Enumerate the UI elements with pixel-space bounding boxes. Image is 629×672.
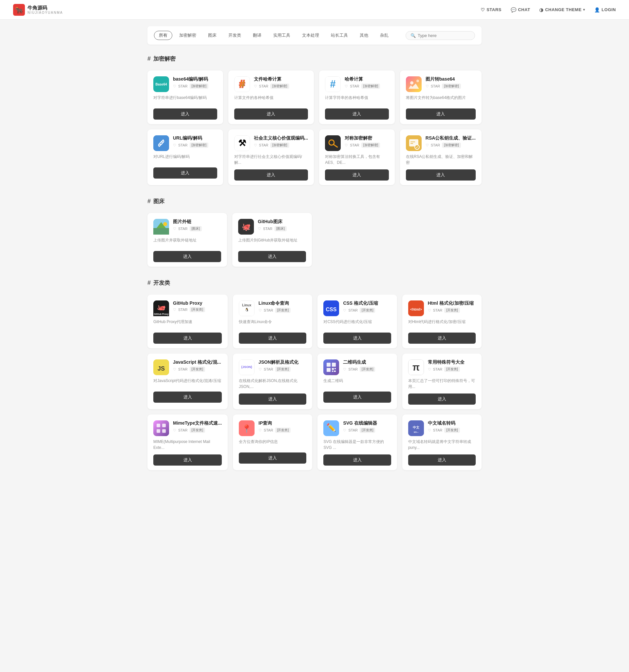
card-meta-img-external: ♡ STAR [图床] bbox=[173, 226, 221, 231]
filter-tag-所有[interactable]: 所有 bbox=[154, 31, 172, 40]
section-title-image-hosting: 图床 bbox=[153, 197, 165, 205]
card-info-cn-domain: 中文域名转码♡ STAR [开发类] bbox=[428, 421, 476, 433]
card-btn-ip-query[interactable]: 进入 bbox=[239, 453, 306, 464]
card-btn-css-format[interactable]: 进入 bbox=[323, 333, 391, 344]
card-btn-mimetype[interactable]: 进入 bbox=[153, 454, 222, 465]
card-icon-ip-query: 📍 bbox=[239, 421, 255, 436]
card-desc-hash-calc: 计算字符串的各种哈希值 bbox=[325, 95, 389, 104]
svg-rect-52 bbox=[332, 370, 333, 372]
filter-tag-文本处理[interactable]: 文本处理 bbox=[297, 31, 324, 40]
card-top-js-format: JS JavaScript 格式化/混...♡ STAR [开发类] bbox=[153, 359, 222, 375]
nav-stars-label: STARS bbox=[486, 7, 502, 12]
card-btn-html-format[interactable]: 进入 bbox=[408, 333, 476, 344]
svg-rect-48 bbox=[332, 363, 336, 367]
card-tag-cn-domain: [开发类] bbox=[444, 428, 460, 433]
card-tag-html-format: [开发类] bbox=[444, 308, 460, 313]
card-top-json-parse: {JSON} JSON解析及格式化♡ STAR [开发类] bbox=[239, 359, 306, 375]
card-tag-symmetric: [加密解密] bbox=[361, 143, 380, 148]
filter-tag-加密解密[interactable]: 加密解密 bbox=[174, 31, 201, 40]
star-label: STAR bbox=[264, 428, 273, 432]
card-base64: Base64base64编码/解码♡ STAR [加密解密]对字符串进行base… bbox=[147, 70, 223, 124]
svg-text:中文: 中文 bbox=[413, 426, 419, 429]
section-header-dev: # 开发类 bbox=[147, 277, 482, 289]
card-tag-css-format: [开发类] bbox=[360, 308, 376, 313]
svg-rect-56 bbox=[153, 421, 169, 436]
card-btn-file-hash[interactable]: 进入 bbox=[234, 109, 308, 120]
cards-grid-encrypt: Base64base64编码/解码♡ STAR [加密解密]对字符串进行base… bbox=[147, 70, 482, 185]
card-btn-cn-domain[interactable]: 进入 bbox=[408, 454, 476, 465]
card-title-base64: base64编码/解码 bbox=[173, 76, 217, 82]
card-title-hash-calc: 哈希计算 bbox=[345, 76, 389, 82]
card-btn-rsa[interactable]: 进入 bbox=[406, 169, 476, 181]
star-icon: ♡ bbox=[259, 428, 262, 432]
logo[interactable]: 🐂 牛角源码 NIUJIAOYUANMA bbox=[13, 4, 63, 16]
card-tag-github-hosting: [图床] bbox=[274, 226, 287, 231]
filter-tag-图床[interactable]: 图床 bbox=[203, 31, 221, 40]
card-btn-svg-editor[interactable]: 进入 bbox=[323, 454, 391, 465]
card-top-url-encode: URL编码/解码♡ STAR [加密解密] bbox=[153, 135, 217, 151]
card-info-json-parse: JSON解析及格式化♡ STAR [开发类] bbox=[259, 359, 306, 372]
card-title-mimetype: MimeType文件格式速... bbox=[173, 421, 222, 426]
svg-text:JS: JS bbox=[158, 365, 165, 372]
nav-change-theme[interactable]: ◑ CHANGE THEME ▾ bbox=[539, 7, 585, 13]
card-tag-img-base64: [加密解密] bbox=[442, 83, 461, 89]
nav-stars[interactable]: ♡ STARS bbox=[481, 7, 502, 13]
card-desc-socialist: 对字符串进行社会主义核心价值观编码/解... bbox=[234, 154, 308, 165]
nav-chat[interactable]: 💬 CHAT bbox=[511, 7, 530, 13]
star-label: STAR bbox=[263, 227, 272, 231]
card-top-special-chars: π 常用特殊符号大全♡ STAR [开发类] bbox=[408, 359, 476, 375]
svg-rect-49 bbox=[326, 368, 331, 372]
card-icon-socialist: ⚒ bbox=[234, 135, 250, 151]
card-btn-special-chars[interactable]: 进入 bbox=[408, 393, 476, 405]
card-btn-json-parse[interactable]: 进入 bbox=[239, 393, 306, 405]
card-tag-linux-cmd: [开发类] bbox=[275, 308, 291, 313]
star-label: STAR bbox=[178, 428, 188, 432]
card-title-url-encode: URL编码/解码 bbox=[173, 135, 217, 141]
card-tag-json-parse: [开发类] bbox=[275, 367, 291, 372]
card-btn-github-hosting[interactable]: 进入 bbox=[238, 251, 306, 262]
card-btn-symmetric[interactable]: 进入 bbox=[325, 169, 389, 181]
card-desc-linux-cmd: 快速查询Linux命令 bbox=[239, 319, 306, 329]
section-hash: # bbox=[147, 198, 151, 205]
card-btn-url-encode[interactable]: 进入 bbox=[153, 167, 217, 178]
nav-login[interactable]: 👤 LOGIN bbox=[594, 7, 616, 13]
filter-tag-开发类[interactable]: 开发类 bbox=[223, 31, 246, 40]
card-btn-js-format[interactable]: 进入 bbox=[153, 391, 222, 403]
card-github-proxy: 🐙 GitHub Proxy GitHub Proxy♡ STAR [开发类]G… bbox=[147, 294, 228, 348]
card-btn-linux-cmd[interactable]: 进入 bbox=[239, 333, 306, 344]
star-icon: ♡ bbox=[259, 367, 262, 371]
card-btn-hash-calc[interactable]: 进入 bbox=[325, 109, 389, 120]
card-btn-qrcode[interactable]: 进入 bbox=[323, 391, 391, 403]
filter-tag-其他[interactable]: 其他 bbox=[355, 31, 373, 40]
card-title-cn-domain: 中文域名转码 bbox=[428, 421, 476, 426]
filter-tag-站长工具[interactable]: 站长工具 bbox=[326, 31, 353, 40]
card-tag-mimetype: [开发类] bbox=[190, 428, 205, 433]
card-desc-json-parse: 在线格式化解析JSON,在线格式化JSON,... bbox=[239, 378, 306, 389]
card-btn-github-proxy[interactable]: 进入 bbox=[153, 333, 222, 344]
card-title-symmetric: 对称加密解密 bbox=[345, 135, 389, 141]
card-desc-special-chars: 本页汇总了一些可打印的特殊符号，可用... bbox=[408, 378, 476, 389]
card-tag-svg-editor: [开发类] bbox=[360, 428, 376, 433]
card-top-github-hosting: 🐙 GitHub图床♡ STAR [图床] bbox=[238, 219, 306, 235]
star-label: STAR bbox=[348, 308, 358, 312]
card-btn-img-base64[interactable]: 进入 bbox=[406, 109, 476, 120]
card-btn-base64[interactable]: 进入 bbox=[153, 109, 217, 120]
card-title-github-proxy: GitHub Proxy bbox=[173, 301, 222, 306]
card-meta-base64: ♡ STAR [加密解密] bbox=[173, 83, 217, 89]
filter-tag-实用工具[interactable]: 实用工具 bbox=[268, 31, 295, 40]
svg-rect-46 bbox=[323, 359, 339, 375]
card-info-ip-query: IP查询♡ STAR [开发类] bbox=[259, 421, 306, 433]
card-socialist: ⚒ 社会主义核心价值观编码...♡ STAR [加密解密]对字符串进行社会主义核… bbox=[228, 129, 314, 185]
filter-tag-翻译[interactable]: 翻译 bbox=[248, 31, 266, 40]
card-icon-file-hash: # # bbox=[234, 76, 250, 92]
card-btn-socialist[interactable]: 进入 bbox=[234, 169, 308, 181]
card-special-chars: π 常用特殊符号大全♡ STAR [开发类]本页汇总了一些可打印的特殊符号，可用… bbox=[402, 354, 482, 409]
card-mimetype: MimeType文件格式速...♡ STAR [开发类]MIME(Multipu… bbox=[147, 414, 228, 470]
card-btn-img-external[interactable]: 进入 bbox=[153, 251, 221, 262]
card-info-url-encode: URL编码/解码♡ STAR [加密解密] bbox=[173, 135, 217, 148]
star-icon: ♡ bbox=[345, 143, 348, 147]
search-input[interactable] bbox=[418, 33, 470, 38]
svg-rect-51 bbox=[335, 368, 336, 369]
filter-tag-杂乱[interactable]: 杂乱 bbox=[375, 31, 393, 40]
card-meta-img-base64: ♡ STAR [加密解密] bbox=[426, 83, 476, 89]
